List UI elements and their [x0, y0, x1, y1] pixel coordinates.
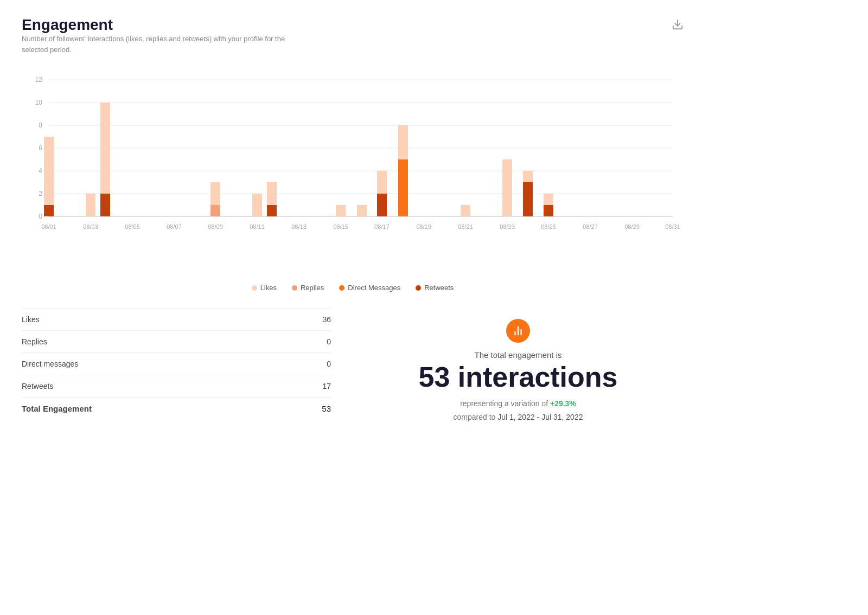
summary-title: The total engagement is — [475, 350, 562, 360]
bar-likes-0822 — [461, 205, 470, 216]
stats-value-retweets: 17 — [322, 382, 331, 390]
svg-text:08/27: 08/27 — [583, 223, 598, 230]
bar-retweets-0825 — [544, 205, 553, 216]
stats-label-replies: Replies — [22, 337, 47, 346]
stats-value-likes: 36 — [322, 315, 331, 324]
variation-value: +29.3% — [550, 399, 576, 408]
bar-likes-0803 — [86, 194, 95, 216]
bar-retweets-0817 — [377, 194, 387, 216]
svg-text:08/29: 08/29 — [624, 223, 640, 230]
legend-likes-dot — [252, 285, 257, 291]
summary-number: 53 interactions — [418, 362, 617, 393]
stats-row-total: Total Engagement 53 — [22, 398, 331, 420]
bar-likes-0811 — [252, 194, 262, 216]
svg-text:0: 0 — [39, 213, 42, 220]
bar-replies-0809 — [210, 205, 220, 216]
stats-row-dm: Direct messages 0 — [22, 353, 331, 375]
legend-retweets-label: Retweets — [424, 284, 454, 292]
stats-row-likes: Likes 36 — [22, 308, 331, 331]
svg-text:08/03: 08/03 — [83, 223, 98, 230]
legend-replies-dot — [292, 285, 297, 291]
summary-card: The total engagement is 53 interactions … — [353, 308, 684, 435]
bar-likes-0815 — [336, 205, 346, 216]
comparison-period: Jul 1, 2022 - Jul 31, 2022 — [497, 413, 583, 421]
bottom-section: Likes 36 Replies 0 Direct messages 0 Ret… — [22, 308, 684, 435]
svg-text:08/17: 08/17 — [374, 223, 390, 230]
bar-likes-0801 — [44, 137, 54, 216]
bar-likes-0816 — [357, 205, 367, 216]
page-title: Engagement — [22, 16, 293, 34]
legend-replies-label: Replies — [301, 284, 324, 292]
stats-label-retweets: Retweets — [22, 382, 53, 390]
bar-likes-0823 — [502, 159, 512, 216]
chart-legend: Likes Replies Direct Messages Retweets — [22, 284, 684, 292]
bar-retweets-0812 — [267, 205, 277, 216]
svg-text:08/09: 08/09 — [208, 223, 223, 230]
stats-value-dm: 0 — [327, 360, 331, 368]
legend-dm-label: Direct Messages — [348, 284, 400, 292]
stats-value-replies: 0 — [327, 337, 331, 346]
comparison-label: compared to — [454, 413, 496, 421]
engagement-chart: 12 10 8 6 4 2 0 08/01 08/03 08/05 08/07 … — [22, 69, 684, 275]
stats-value-total: 53 — [322, 404, 331, 413]
variation-label: representing a variation of — [460, 399, 548, 408]
bar-dm-0818 — [398, 159, 408, 216]
bar-retweets-0824 — [523, 182, 533, 216]
summary-variation: representing a variation of +29.3% compa… — [454, 397, 583, 424]
legend-likes-label: Likes — [260, 284, 277, 292]
svg-text:4: 4 — [39, 167, 42, 175]
svg-text:08/21: 08/21 — [458, 223, 473, 230]
legend-retweets-dot — [416, 285, 421, 291]
svg-text:08/15: 08/15 — [333, 223, 348, 230]
page-header: Engagement Number of followers' interact… — [22, 16, 684, 66]
svg-text:8: 8 — [39, 121, 42, 129]
stats-row-retweets: Retweets 17 — [22, 375, 331, 398]
stats-label-dm: Direct messages — [22, 360, 78, 368]
svg-text:08/19: 08/19 — [416, 223, 431, 230]
svg-text:08/05: 08/05 — [125, 223, 140, 230]
legend-likes: Likes — [252, 284, 277, 292]
svg-text:08/23: 08/23 — [500, 223, 515, 230]
legend-direct-messages: Direct Messages — [339, 284, 400, 292]
svg-text:12: 12 — [35, 76, 43, 84]
svg-text:08/07: 08/07 — [167, 223, 182, 230]
bar-retweets-0804 — [100, 194, 110, 216]
legend-replies: Replies — [292, 284, 324, 292]
stats-table: Likes 36 Replies 0 Direct messages 0 Ret… — [22, 308, 331, 435]
chart-container: 12 10 8 6 4 2 0 08/01 08/03 08/05 08/07 … — [22, 69, 684, 275]
svg-text:08/01: 08/01 — [41, 223, 56, 230]
svg-text:10: 10 — [35, 99, 43, 106]
summary-icon — [506, 319, 530, 343]
svg-text:08/11: 08/11 — [250, 223, 265, 230]
legend-retweets: Retweets — [416, 284, 454, 292]
legend-dm-dot — [339, 285, 344, 291]
svg-text:08/25: 08/25 — [541, 223, 556, 230]
page-subtitle: Number of followers' interactions (likes… — [22, 34, 293, 55]
stats-label-total: Total Engagement — [22, 404, 92, 413]
stats-label-likes: Likes — [22, 315, 40, 324]
svg-text:6: 6 — [39, 144, 42, 152]
svg-text:08/13: 08/13 — [291, 223, 307, 230]
svg-text:08/31: 08/31 — [665, 223, 680, 230]
stats-row-replies: Replies 0 — [22, 331, 331, 353]
download-icon[interactable] — [672, 18, 684, 33]
bar-retweets-0801 — [44, 205, 54, 216]
svg-text:2: 2 — [39, 190, 42, 197]
